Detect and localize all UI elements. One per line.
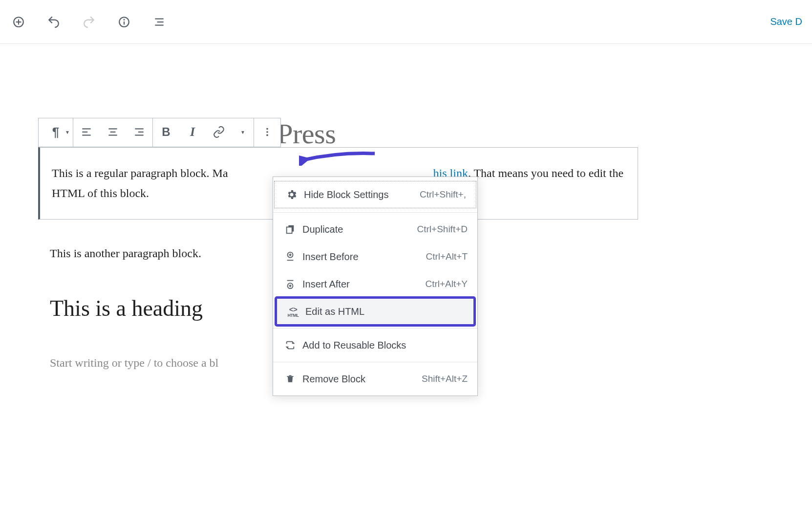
svg-rect-22: [287, 227, 292, 233]
italic-icon: I: [190, 125, 195, 139]
chevron-down-icon: ▼: [65, 130, 70, 135]
insert-before-icon: [282, 251, 299, 262]
annotation-arrow: [299, 151, 377, 168]
redo-button[interactable]: [80, 13, 98, 31]
undo-button[interactable]: [45, 13, 63, 31]
menu-label: Edit as HTML: [305, 306, 364, 317]
more-formatting-button[interactable]: ▼: [232, 118, 254, 146]
outline-button[interactable]: [150, 13, 168, 31]
svg-point-20: [266, 134, 268, 136]
link-button[interactable]: [206, 118, 232, 146]
menu-item-remove-block[interactable]: Remove Block Shift+Alt+Z: [273, 365, 477, 393]
block-type-button[interactable]: ¶ ▼: [39, 118, 73, 146]
bold-button[interactable]: B: [153, 118, 179, 146]
editor-top-toolbar: Save D: [0, 0, 812, 44]
paragraph-text: This is a regular paragraph block. Ma: [52, 167, 228, 179]
menu-shortcut: Shift+Alt+Z: [422, 374, 468, 384]
menu-item-edit-as-html[interactable]: <>HTML Edit as HTML: [276, 298, 474, 325]
svg-point-5: [124, 19, 124, 20]
menu-item-hide-settings[interactable]: Hide Block Settings Ctrl+Shift+,: [274, 181, 476, 208]
align-left-button[interactable]: [73, 118, 100, 146]
html-icon: <>HTML: [285, 306, 301, 318]
top-toolbar-left: [10, 13, 168, 31]
menu-item-insert-after[interactable]: Insert After Ctrl+Alt+Y: [273, 270, 477, 298]
menu-label: Remove Block: [302, 374, 365, 385]
pilcrow-icon: ¶: [52, 125, 59, 140]
menu-item-add-reusable[interactable]: Add to Reusable Blocks: [273, 331, 477, 359]
svg-point-19: [266, 131, 268, 133]
link-icon: [213, 126, 225, 138]
menu-label: Hide Block Settings: [304, 189, 388, 200]
menu-shortcut: Ctrl+Alt+Y: [425, 279, 468, 289]
menu-shortcut: Ctrl+Shift+D: [417, 224, 468, 235]
align-right-icon: [133, 126, 146, 138]
menu-item-duplicate[interactable]: Duplicate Ctrl+Shift+D: [273, 216, 477, 243]
gear-icon: [283, 189, 300, 200]
info-button[interactable]: [115, 13, 133, 31]
menu-label: Add to Reusable Blocks: [302, 340, 406, 351]
align-right-button[interactable]: [126, 118, 152, 146]
kebab-menu-icon: [262, 127, 273, 137]
menu-shortcut: Ctrl+Shift+,: [420, 189, 466, 200]
align-center-icon: [107, 126, 119, 138]
svg-point-18: [266, 128, 268, 130]
trash-icon: [282, 374, 299, 384]
menu-item-insert-before[interactable]: Insert Before Ctrl+Alt+T: [273, 243, 477, 270]
italic-button[interactable]: I: [179, 118, 206, 146]
menu-label: Insert After: [302, 279, 350, 290]
align-center-button[interactable]: [100, 118, 126, 146]
menu-label: Insert Before: [302, 251, 359, 263]
bold-icon: B: [162, 125, 170, 139]
duplicate-icon: [282, 224, 299, 235]
save-draft-button[interactable]: Save D: [770, 16, 802, 27]
block-options-menu: Hide Block Settings Ctrl+Shift+, Duplica…: [273, 176, 478, 396]
editor-canvas: Edit HTML in WordPress ¶ ▼: [0, 44, 812, 370]
chevron-down-icon: ▼: [240, 130, 245, 135]
reusable-icon: [282, 340, 299, 351]
selected-block-wrapper: ¶ ▼ B I: [38, 147, 638, 220]
menu-shortcut: Ctrl+Alt+T: [426, 251, 468, 262]
align-left-icon: [80, 126, 93, 138]
add-block-button[interactable]: [10, 13, 27, 31]
insert-after-icon: [282, 279, 299, 289]
more-options-button[interactable]: [254, 118, 280, 146]
menu-label: Duplicate: [302, 224, 343, 235]
block-toolbar: ¶ ▼ B I: [38, 118, 281, 147]
